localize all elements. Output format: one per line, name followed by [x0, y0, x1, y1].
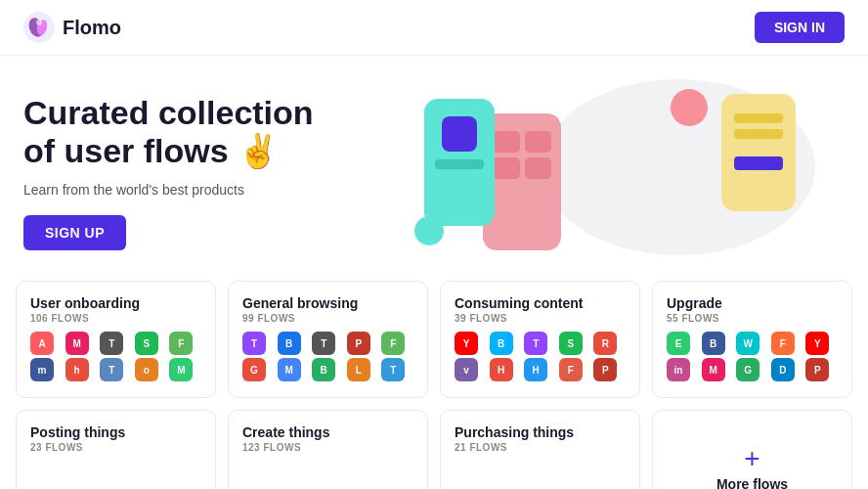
- app-icon: in: [667, 358, 690, 381]
- app-icon: E: [667, 332, 690, 355]
- app-icon: F: [381, 332, 405, 355]
- app-icon: A: [30, 332, 54, 355]
- app-icon: F: [169, 332, 193, 355]
- app-icon: T: [100, 358, 123, 381]
- hero-section: Curated collection of user flows ✌ Learn…: [0, 56, 868, 281]
- card-count: 23 FLOWS: [30, 442, 201, 453]
- flow-card-purchasing-things[interactable]: Purchasing things 21 FLOWS: [440, 410, 640, 489]
- app-icon: T: [100, 332, 123, 355]
- app-icon: W: [736, 332, 760, 355]
- app-icon: L: [347, 358, 370, 381]
- app-icon: F: [559, 358, 583, 381]
- logo-text: Flomo: [63, 17, 121, 39]
- app-icon: T: [312, 332, 335, 355]
- card-count: 106 FLOWS: [30, 313, 201, 324]
- app-icon: m: [30, 358, 54, 381]
- icon-grid: E B W F Y in M G D P: [667, 332, 838, 381]
- more-flows-card[interactable]: + More flows: [652, 410, 852, 489]
- signup-button[interactable]: SIGN UP: [23, 215, 126, 250]
- app-icon: T: [242, 332, 266, 355]
- more-flows-label: More flows: [716, 476, 788, 489]
- app-icon: v: [455, 358, 478, 381]
- icon-grid: Y B T S R v H H F P: [455, 332, 626, 381]
- app-icon: T: [524, 332, 547, 355]
- app-icon: F: [771, 332, 795, 355]
- phone-illustration-middle: [483, 113, 561, 250]
- app-icon: B: [702, 332, 725, 355]
- navbar: Flomo SIGN IN: [0, 0, 868, 56]
- dot-pink: [671, 89, 708, 126]
- app-icon: M: [278, 358, 301, 381]
- app-icon: T: [381, 358, 405, 381]
- app-icon: B: [490, 332, 513, 355]
- app-icon: H: [524, 358, 547, 381]
- app-icon: B: [312, 358, 335, 381]
- hero-illustration: [395, 79, 845, 265]
- app-icon: M: [702, 358, 725, 381]
- card-title: Purchasing things: [455, 424, 626, 440]
- app-icon: D: [771, 358, 795, 381]
- card-title: Upgrade: [667, 295, 838, 311]
- icon-grid: A M T S F m h T o M: [30, 332, 201, 381]
- app-icon: G: [242, 358, 266, 381]
- flow-card-general-browsing[interactable]: General browsing 99 FLOWS T B T P F G M …: [228, 281, 428, 398]
- card-count: 123 FLOWS: [242, 442, 413, 453]
- flow-card-create-things[interactable]: Create things 123 FLOWS: [228, 410, 428, 489]
- app-icon: R: [593, 332, 617, 355]
- app-icon: B: [278, 332, 301, 355]
- flow-card-upgrade[interactable]: Upgrade 55 FLOWS E B W F Y in M G D P: [652, 281, 852, 398]
- card-title: User onboarding: [30, 295, 201, 311]
- card-count: 55 FLOWS: [667, 313, 838, 324]
- app-icon: M: [65, 332, 89, 355]
- icon-grid: T B T P F G M B L T: [242, 332, 413, 381]
- hero-subtitle: Learn from the world's best products: [23, 182, 395, 198]
- app-icon: Y: [455, 332, 478, 355]
- app-icon: H: [490, 358, 513, 381]
- phone-illustration-right: [721, 94, 796, 211]
- app-icon: h: [65, 358, 89, 381]
- sign-in-button[interactable]: SIGN IN: [755, 12, 845, 43]
- svg-point-3: [36, 20, 42, 25]
- app-icon: M: [169, 358, 193, 381]
- flow-card-consuming-content[interactable]: Consuming content 39 FLOWS Y B T S R v H…: [440, 281, 640, 398]
- app-icon: o: [135, 358, 158, 381]
- app-icon: P: [347, 332, 370, 355]
- card-count: 21 FLOWS: [455, 442, 626, 453]
- app-icon: Y: [805, 332, 829, 355]
- app-icon: P: [593, 358, 617, 381]
- card-title: Create things: [242, 424, 413, 440]
- card-title: General browsing: [242, 295, 413, 311]
- flomo-logo-icon: [23, 12, 55, 43]
- app-icon: S: [135, 332, 158, 355]
- app-icon: G: [736, 358, 760, 381]
- hero-title: Curated collection of user flows ✌: [23, 94, 395, 170]
- app-icon: P: [805, 358, 829, 381]
- app-icon: S: [559, 332, 583, 355]
- phone-illustration-left: [424, 99, 495, 226]
- flow-cards-section: User onboarding 106 FLOWS A M T S F m h …: [0, 281, 868, 489]
- hero-text: Curated collection of user flows ✌ Learn…: [23, 94, 395, 250]
- logo-area: Flomo: [23, 12, 121, 43]
- more-flows-plus-icon: +: [744, 445, 760, 472]
- card-count: 39 FLOWS: [455, 313, 626, 324]
- flow-card-posting-things[interactable]: Posting things 23 FLOWS: [16, 410, 216, 489]
- dot-teal: [414, 216, 444, 245]
- card-count: 99 FLOWS: [242, 313, 413, 324]
- card-title: Posting things: [30, 424, 201, 440]
- flow-card-user-onboarding[interactable]: User onboarding 106 FLOWS A M T S F m h …: [16, 281, 216, 398]
- card-title: Consuming content: [455, 295, 626, 311]
